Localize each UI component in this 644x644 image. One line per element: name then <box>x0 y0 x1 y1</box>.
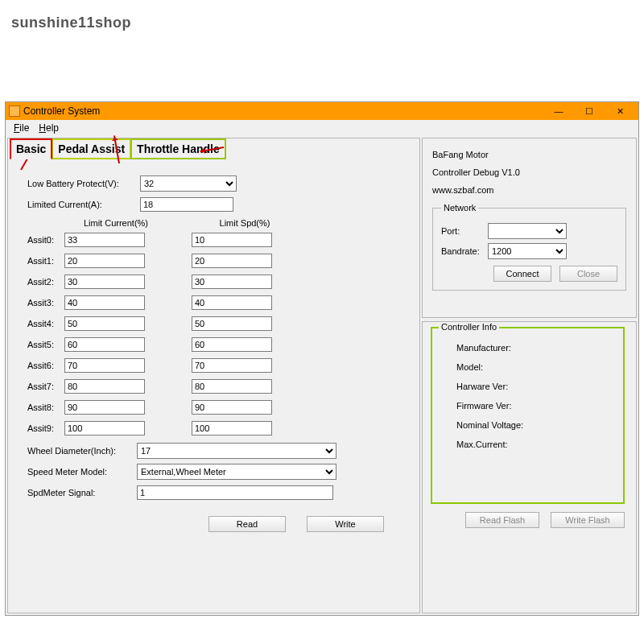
ci-model: Model: <box>440 362 615 372</box>
network-group: Network Port: Bandrate:1200 Connect Clos… <box>432 203 626 291</box>
app-window: Controller System — ☐ ✕ File Help Basic … <box>5 101 639 616</box>
header-limit-current: Limit Current(%) <box>68 218 164 228</box>
assist-current-input[interactable] <box>64 421 145 436</box>
assist-current-input[interactable] <box>64 358 145 373</box>
assist-label: Assit6: <box>27 361 64 370</box>
brand-label: BaFang Motor <box>432 150 626 159</box>
menubar: File Help <box>6 120 638 136</box>
label-limited-current: Limited Current(A): <box>27 200 140 209</box>
label-spd-signal: SpdMeter Signal: <box>27 488 137 497</box>
read-write-buttons: Read Write <box>27 505 407 537</box>
select-port[interactable] <box>488 223 567 239</box>
right-bottom-box: Controller Info Manufacturer: Model: Har… <box>422 321 637 613</box>
assist-spd-input[interactable] <box>192 337 272 352</box>
close-button[interactable]: ✕ <box>605 104 635 118</box>
assist-spd-input[interactable] <box>192 379 272 394</box>
url-label: www.szbaf.com <box>432 185 626 195</box>
assist-spd-input[interactable] <box>192 275 272 289</box>
assist-spd-input[interactable] <box>192 421 272 436</box>
assist-label: Assit3: <box>27 298 64 308</box>
assist-spd-input[interactable] <box>192 358 272 373</box>
menu-file[interactable]: File <box>9 121 34 135</box>
header-limit-spd: Limit Spd(%) <box>196 218 293 228</box>
assist-current-input[interactable] <box>64 400 145 415</box>
assist-label: Assit5: <box>27 340 64 349</box>
assist-label: Assit4: <box>27 319 64 328</box>
ci-voltage: Nominal Voltage: <box>440 420 615 430</box>
assist-label: Assit7: <box>27 382 64 391</box>
right-top-box: BaFang Motor Controller Debug V1.0 www.s… <box>422 138 637 318</box>
assist-spd-input[interactable] <box>192 316 272 331</box>
label-wheel: Wheel Diameter(Inch): <box>27 446 137 456</box>
label-speed-meter: Speed Meter Model: <box>27 467 137 477</box>
debug-label: Controller Debug V1.0 <box>432 167 626 177</box>
assist-label: Assit0: <box>27 235 64 245</box>
assist-current-input[interactable] <box>64 379 145 394</box>
input-limited-current[interactable] <box>140 197 233 212</box>
assist-spd-input[interactable] <box>192 295 272 310</box>
assist-headers: Limit Current(%) Limit Spd(%) <box>27 218 407 228</box>
connect-button[interactable]: Connect <box>493 266 551 282</box>
assist-current-input[interactable] <box>64 337 145 352</box>
tab-basic[interactable]: Basic <box>10 138 52 159</box>
window-title: Controller System <box>23 105 543 117</box>
select-wheel[interactable]: 17 <box>137 443 336 459</box>
select-low-battery[interactable]: 32 <box>140 175 237 192</box>
titlebar: Controller System — ☐ ✕ <box>6 102 638 120</box>
read-button[interactable]: Read <box>208 516 286 532</box>
menu-help[interactable]: Help <box>34 121 64 135</box>
ci-firmware: Firmware Ver: <box>440 401 615 411</box>
controller-info-box: Controller Info Manufacturer: Model: Har… <box>431 327 625 504</box>
assist-current-input[interactable] <box>64 233 145 247</box>
select-bandrate[interactable]: 1200 <box>488 243 567 259</box>
select-speed-meter[interactable]: External,Wheel Meter <box>137 464 336 480</box>
bandrate-label: Bandrate: <box>441 246 488 256</box>
assist-label: Assit8: <box>27 402 64 412</box>
tab-pedal-assist[interactable]: Pedal Assist <box>52 138 131 159</box>
assist-current-input[interactable] <box>64 316 145 331</box>
assist-label: Assit9: <box>27 423 64 433</box>
assist-spd-input[interactable] <box>192 233 272 247</box>
maximize-button[interactable]: ☐ <box>574 104 605 118</box>
content-area: Basic Pedal Assist Throttle Handle Low B… <box>6 136 638 615</box>
assist-label: Assit2: <box>27 277 64 287</box>
assist-current-input[interactable] <box>64 254 145 268</box>
close-conn-button[interactable]: Close <box>559 266 617 282</box>
left-panel: Basic Pedal Assist Throttle Handle Low B… <box>7 138 420 613</box>
port-label: Port: <box>441 226 488 236</box>
read-flash-button[interactable]: Read Flash <box>465 512 539 528</box>
controller-info-legend: Controller Info <box>439 322 499 332</box>
input-spd-signal[interactable] <box>137 485 333 500</box>
write-button[interactable]: Write <box>307 516 384 532</box>
bottom-rows: Wheel Diameter(Inch):17 Speed Meter Mode… <box>27 442 407 502</box>
flash-buttons: Read Flash Write Flash <box>429 512 630 528</box>
label-low-battery: Low Battery Protect(V): <box>27 179 140 188</box>
form-body: Low Battery Protect(V): 32 Limited Curre… <box>8 159 419 543</box>
app-icon <box>9 105 20 117</box>
assist-label: Assit1: <box>27 256 64 266</box>
assist-rows: Assit0: Assit1: Assit2: Assit3: Assit4: … <box>27 231 407 437</box>
assist-spd-input[interactable] <box>192 254 272 268</box>
network-legend: Network <box>441 203 478 213</box>
write-flash-button[interactable]: Write Flash <box>551 512 625 528</box>
ci-maxcurrent: Max.Current: <box>440 440 615 449</box>
right-panel: BaFang Motor Controller Debug V1.0 www.s… <box>422 138 637 613</box>
ci-manufacturer: Manufacturer: <box>440 343 615 353</box>
assist-current-input[interactable] <box>64 295 145 310</box>
watermark-text: sunshine11shop <box>11 14 131 31</box>
ci-hardware: Harware Ver: <box>440 382 615 391</box>
minimize-button[interactable]: — <box>543 104 574 118</box>
assist-current-input[interactable] <box>64 275 145 289</box>
assist-spd-input[interactable] <box>192 400 272 415</box>
